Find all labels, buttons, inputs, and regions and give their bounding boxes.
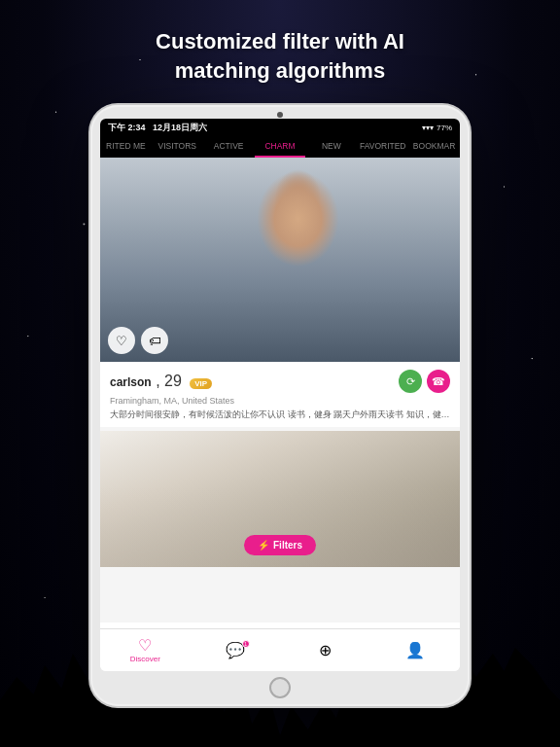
- phone-icon: ☎: [432, 375, 445, 388]
- tab-explore[interactable]: ⊕: [280, 629, 370, 671]
- discover-label: Discover: [130, 655, 160, 663]
- like-button[interactable]: ♡: [108, 327, 135, 354]
- messages-badge: 1: [242, 640, 250, 648]
- profile-card-2: ⚡ Filters: [100, 431, 460, 567]
- tab-favorited-me[interactable]: RITED ME: [100, 136, 152, 158]
- status-time: 下午 2:34 12月18日周六: [108, 122, 207, 134]
- tab-charm[interactable]: CHARM: [255, 136, 306, 158]
- message-button[interactable]: ☎: [427, 370, 450, 393]
- messages-badge-container: 💬 1: [226, 643, 245, 658]
- vip-badge: VIP: [190, 378, 212, 389]
- filters-icon: ⚡: [258, 540, 269, 551]
- profile-location: Framingham, MA, United States: [110, 396, 450, 406]
- tab-favorited[interactable]: FAVORITED: [357, 136, 408, 158]
- online-icon: ⟳: [406, 375, 415, 388]
- discover-icon: ♡: [138, 638, 152, 654]
- tab-discover[interactable]: ♡ Discover: [100, 629, 191, 671]
- photo-action-buttons: ♡ 🏷: [108, 327, 168, 354]
- profile-name-row: carlson , 29 VIP ⟳ ☎: [110, 370, 450, 393]
- heading-text: Customized filter with AI matching algor…: [115, 27, 445, 85]
- status-bar: 下午 2:34 12月18日周六 ▾▾▾ 77%: [100, 119, 460, 136]
- filters-button[interactable]: ⚡ Filters: [244, 535, 316, 555]
- main-content: ♡ 🏷 carlson , 29 VIP: [100, 158, 460, 622]
- status-icons: ▾▾▾ 77%: [422, 124, 452, 132]
- wifi-icon: ▾▾▾: [422, 124, 434, 132]
- home-button[interactable]: [269, 677, 291, 698]
- bottom-tab-bar: ♡ Discover 💬 1 ⊕ 👤: [100, 628, 460, 671]
- heart-icon: ♡: [116, 334, 127, 348]
- battery-icon: 77%: [437, 124, 452, 132]
- tab-bookmark[interactable]: BOOKMAR: [408, 136, 460, 158]
- tab-messages[interactable]: 💬 1: [191, 629, 281, 671]
- profile-action-buttons: ⟳ ☎: [399, 370, 450, 393]
- bookmark-button[interactable]: 🏷: [141, 327, 168, 354]
- profile-icon: 👤: [405, 643, 425, 658]
- bookmark-icon: 🏷: [149, 334, 161, 348]
- tab-active[interactable]: ACTIVE: [203, 136, 255, 158]
- explore-icon: ⊕: [319, 643, 332, 658]
- tab-visitors[interactable]: VISITORS: [152, 136, 203, 158]
- profile-bio: 大部分时间很安静，有时候活泼的让你不认识 读书，健身 踢天户外雨天读书 知识，健…: [110, 409, 450, 421]
- profile-info-1: carlson , 29 VIP ⟳ ☎: [100, 362, 460, 427]
- nav-tabs: RITED ME VISITORS ACTIVE CHARM NEW FAVOR…: [100, 136, 460, 158]
- tab-new[interactable]: NEW: [305, 136, 357, 158]
- profile-name: carlson: [110, 375, 152, 389]
- profile-photo-2: ⚡ Filters: [100, 431, 460, 567]
- profile-age: , 29: [156, 373, 182, 389]
- filters-label: Filters: [273, 540, 302, 551]
- ipad-device: 下午 2:34 12月18日周六 ▾▾▾ 77% RITED ME VISITO…: [90, 105, 470, 706]
- camera-dot: [277, 112, 283, 118]
- tab-profile[interactable]: 👤: [370, 629, 461, 671]
- profile-identity: carlson , 29 VIP: [110, 373, 212, 390]
- profile-card-1: ♡ 🏷 carlson , 29 VIP: [100, 158, 460, 427]
- ipad-screen: 下午 2:34 12月18日周六 ▾▾▾ 77% RITED ME VISITO…: [100, 119, 460, 671]
- online-indicator[interactable]: ⟳: [399, 370, 422, 393]
- profile-photo-1: ♡ 🏷: [100, 158, 460, 362]
